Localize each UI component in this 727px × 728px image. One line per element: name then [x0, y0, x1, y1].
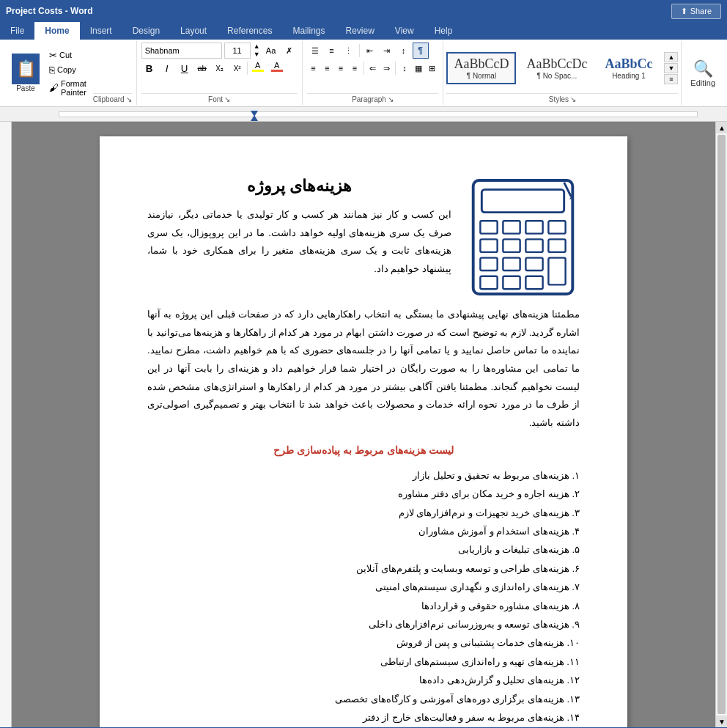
font-case-button[interactable]: Aa [263, 43, 279, 59]
list-item: ۶. هزینه‌های طراحی و توسعه وبسایت و پلتف… [147, 559, 580, 578]
cut-icon: ✂ [49, 50, 57, 61]
list-item: ۵. هزینه‌های تبلیغات و بازاریابی [147, 540, 580, 559]
list-item: ۱۱. هزینه‌های تهیه و راه‌اندازی سیستم‌ها… [147, 652, 580, 671]
style-normal[interactable]: AaBbCcD ¶ Normal [446, 52, 516, 84]
styles-group-label: Styles [549, 95, 569, 103]
paragraph-expand-icon[interactable]: ↘ [388, 95, 394, 103]
editing-icon: 🔍 [693, 59, 713, 78]
shading-button[interactable]: ▦ [412, 60, 425, 76]
bullets-button[interactable]: ☰ [307, 43, 323, 59]
list-item: ۱. هزینه‌های مربوط به تحقیق و تحلیل بازا… [147, 466, 580, 485]
font-color-button[interactable]: A [268, 60, 286, 76]
font-expand-icon[interactable]: ↘ [224, 95, 230, 103]
paragraph-group-label: Paragraph [352, 95, 386, 103]
cost-list: ۱. هزینه‌های مربوط به تحقیق و تحلیل بازا… [147, 466, 580, 727]
font-size-increase-button[interactable]: ▲ [253, 43, 261, 51]
line-spacing-button[interactable]: ↕ [398, 60, 411, 76]
numbering-button[interactable]: ≡ [324, 43, 340, 59]
multilevel-button[interactable]: ⋮ [341, 43, 357, 59]
scroll-up-button[interactable]: ▲ [716, 122, 727, 133]
highlight-color-bar [252, 70, 264, 72]
scroll-down-button[interactable]: ▼ [716, 716, 727, 727]
clipboard-group: 📋 Paste ✂ Cut ⎘ Copy 🖌 Format Painter Cl… [3, 41, 137, 105]
font-size-decrease-button[interactable]: ▼ [253, 51, 261, 59]
tab-help[interactable]: Help [424, 22, 463, 40]
svg-rect-4 [480, 221, 497, 233]
svg-rect-12 [480, 258, 497, 271]
svg-rect-6 [525, 221, 542, 233]
tab-references[interactable]: References [217, 22, 282, 40]
font-name-input[interactable] [141, 43, 222, 59]
strikethrough-button[interactable]: ab [194, 60, 210, 76]
text-highlight-button[interactable]: A [249, 60, 267, 76]
svg-rect-14 [525, 258, 542, 271]
underline-button[interactable]: U [177, 60, 193, 76]
list-item: ۴. هزینه‌های استخدام و آموزش مشاوران [147, 522, 580, 540]
font-clear-button[interactable]: ✗ [281, 43, 298, 59]
copy-button[interactable]: ⎘ Copy [47, 64, 90, 76]
paragraph-group: ☰ ≡ ⋮ ⇤ ⇥ ↕ ¶ ≡ ≡ ≡ ≡ ⇐ ⇒ ↕ ▦ ⊞ Paragrap… [303, 41, 444, 105]
cut-button[interactable]: ✂ Cut [47, 49, 90, 62]
svg-rect-11 [548, 239, 565, 251]
tab-home[interactable]: Home [34, 22, 79, 40]
italic-button[interactable]: I [159, 60, 175, 76]
editing-group: 🔍 Editing [682, 41, 724, 105]
show-formatting-button[interactable]: ¶ [413, 43, 429, 59]
calculator-image [466, 177, 580, 300]
font-color-bar [271, 70, 283, 72]
bold-button[interactable]: B [141, 60, 158, 76]
format-painter-button[interactable]: 🖌 Format Painter [47, 78, 90, 98]
tab-mailings[interactable]: Mailings [282, 22, 335, 40]
list-item: ۱۵. هزینه‌های نگهداری و تعمیرات تجهیزات … [147, 727, 580, 727]
borders-button[interactable]: ⊞ [426, 60, 439, 76]
font-size-input[interactable] [224, 43, 251, 59]
intro-paragraph-2: مطمئنا هزینه‌های نهایی پیشنهادی ما بستگی… [147, 306, 580, 433]
svg-rect-5 [503, 221, 520, 233]
list-item: ۹. هزینه‌های توسعه و به‌روزرسانی نرم‌افز… [147, 615, 580, 633]
clipboard-expand-icon[interactable]: ↘ [126, 95, 132, 103]
list-item: ۷. هزینه‌های راه‌اندازی و نگهداری سیستم‌… [147, 578, 580, 596]
styles-scroll-up[interactable]: ▲ [664, 52, 678, 62]
justify-button[interactable]: ≡ [348, 60, 361, 76]
ltr-button[interactable]: ⇒ [380, 60, 393, 76]
tab-design[interactable]: Design [122, 22, 170, 40]
align-right-button[interactable]: ≡ [334, 60, 347, 76]
list-item: ۸. هزینه‌های مشاوره حقوقی و قراردادها [147, 597, 580, 615]
styles-expand[interactable]: ≡ [664, 74, 678, 84]
tab-layout[interactable]: Layout [170, 22, 217, 40]
align-left-button[interactable]: ≡ [307, 60, 320, 76]
tab-review[interactable]: Review [335, 22, 384, 40]
svg-rect-1 [481, 190, 564, 213]
style-heading1[interactable]: AaBbCc Heading 1 [597, 52, 660, 84]
format-painter-icon: 🖌 [49, 82, 59, 93]
styles-expand-icon[interactable]: ↘ [570, 95, 576, 103]
styles-scroll-down[interactable]: ▼ [664, 63, 678, 73]
decrease-indent-button[interactable]: ⇤ [362, 43, 378, 59]
subscript-button[interactable]: X₂ [212, 60, 228, 76]
share-icon: ⬆ [681, 7, 687, 16]
style-nospace[interactable]: AaBbCcDc ¶ No Spac... [519, 52, 594, 84]
list-item: ۱۰. هزینه‌های خدمات پشتیبانی و پس از فرو… [147, 633, 580, 652]
svg-rect-17 [503, 276, 520, 289]
tab-insert[interactable]: Insert [80, 22, 122, 40]
tab-view[interactable]: View [385, 22, 424, 40]
superscript-button[interactable]: X² [229, 60, 246, 76]
tab-file[interactable]: File [0, 22, 34, 40]
list-title: لیست هزینه‌های مربوط به پیاده‌سازی طرح [147, 444, 580, 456]
svg-rect-8 [480, 239, 497, 251]
svg-rect-15 [548, 258, 565, 285]
scroll-thumb[interactable] [717, 135, 726, 714]
svg-rect-13 [503, 258, 520, 271]
paste-button[interactable]: 📋 Paste [7, 52, 44, 94]
align-center-button[interactable]: ≡ [320, 60, 333, 76]
document-title: هزینه‌های پروژه [147, 177, 451, 196]
list-item: ۲. هزینه اجاره و خرید مکان برای دفتر مشا… [147, 485, 580, 503]
clipboard-label: Clipboard [93, 95, 125, 103]
share-button[interactable]: ⬆ Share [671, 4, 721, 19]
intro-paragraph-1: این کسب و کار نیز همانند هر کسب و کار تو… [147, 206, 451, 279]
increase-indent-button[interactable]: ⇥ [379, 43, 395, 59]
sort-button[interactable]: ↕ [396, 43, 412, 59]
svg-rect-7 [548, 221, 565, 233]
rtl-button[interactable]: ⇐ [366, 60, 380, 76]
editing-label: Editing [690, 78, 715, 87]
